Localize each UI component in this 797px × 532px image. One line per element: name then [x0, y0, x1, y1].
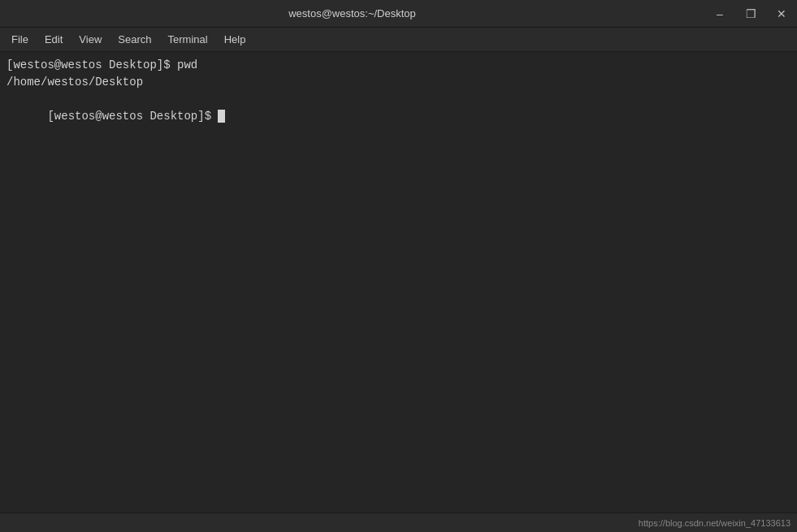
terminal-line-1: [westos@westos Desktop]$ pwd	[6, 57, 791, 74]
window-controls: – ❒ ✕	[704, 0, 797, 28]
terminal-line-2: /home/westos/Desktop	[6, 74, 791, 91]
menu-help[interactable]: Help	[216, 30, 254, 49]
menu-terminal[interactable]: Terminal	[160, 30, 216, 49]
menu-edit[interactable]: Edit	[37, 30, 71, 49]
title-bar: westos@westos:~/Desktop – ❒ ✕	[0, 0, 797, 28]
terminal-window: westos@westos:~/Desktop – ❒ ✕ File Edit …	[0, 0, 797, 532]
window-title: westos@westos:~/Desktop	[288, 7, 416, 19]
terminal-body[interactable]: [westos@westos Desktop]$ pwd /home/westo…	[0, 52, 797, 513]
title-bar-center: westos@westos:~/Desktop	[0, 7, 704, 19]
terminal-cursor	[218, 110, 225, 123]
maximize-button[interactable]: ❒	[735, 0, 766, 28]
menu-view[interactable]: View	[71, 30, 110, 49]
minimize-button[interactable]: –	[704, 0, 735, 28]
close-button[interactable]: ✕	[766, 0, 797, 28]
status-text: https://blog.csdn.net/weixin_47133613	[639, 518, 791, 528]
menu-file[interactable]: File	[3, 30, 37, 49]
menu-bar: File Edit View Search Terminal Help	[0, 28, 797, 52]
terminal-prompt-3: [westos@westos Desktop]$	[47, 110, 218, 123]
terminal-line-3: [westos@westos Desktop]$	[6, 91, 791, 142]
status-bar: https://blog.csdn.net/weixin_47133613	[0, 513, 797, 532]
menu-search[interactable]: Search	[110, 30, 159, 49]
